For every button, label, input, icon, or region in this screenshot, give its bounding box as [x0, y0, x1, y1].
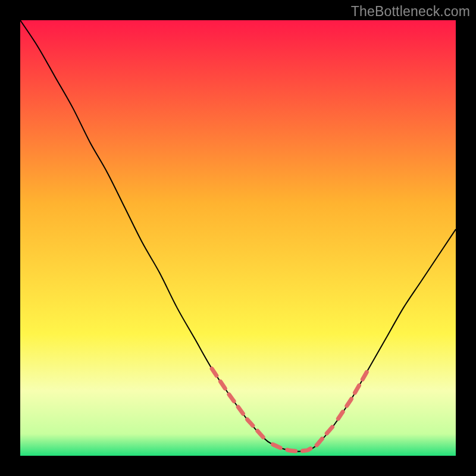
plot-area [20, 20, 456, 456]
bottleneck-curve [20, 20, 456, 456]
chart-frame: TheBottleneck.com [0, 0, 476, 476]
highlight-segment [338, 369, 368, 419]
watermark-text: TheBottleneck.com [351, 4, 470, 20]
highlight-segment [212, 369, 264, 439]
highlight-segment [273, 425, 334, 452]
